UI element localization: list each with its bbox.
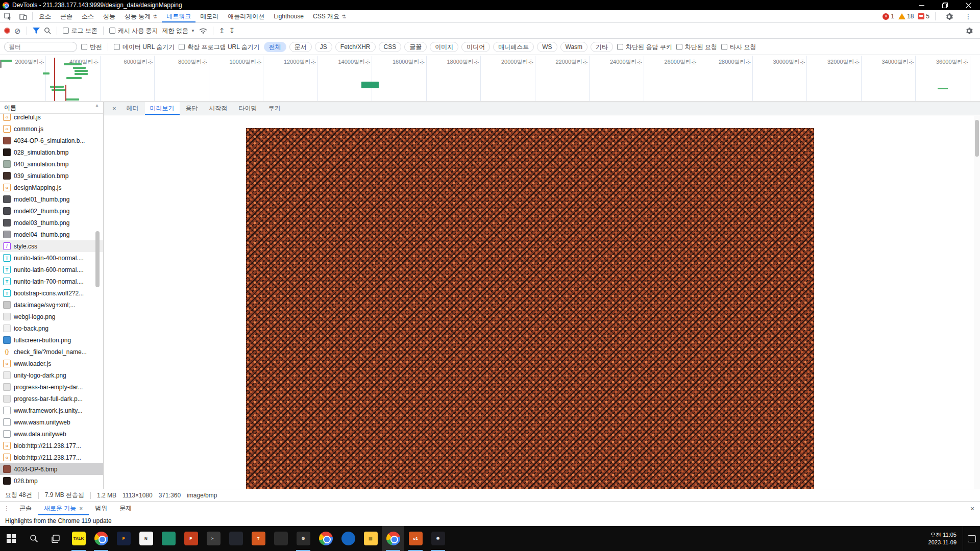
- filter-pill-WS[interactable]: WS: [537, 42, 557, 52]
- request-row[interactable]: ‹›www.loader.js: [0, 358, 103, 369]
- request-row[interactable]: 028_simulation.bmp: [0, 146, 103, 158]
- tab-성능[interactable]: 성능: [99, 10, 120, 22]
- filter-pill-Fetch/XHR[interactable]: Fetch/XHR: [335, 42, 376, 52]
- detail-tab-미리보기[interactable]: 미리보기: [145, 102, 180, 115]
- network-settings-gear-icon[interactable]: [965, 27, 976, 35]
- taskbar-clock[interactable]: 오전 11:05 2023-11-09: [928, 531, 963, 546]
- filter-input[interactable]: 필터: [4, 42, 77, 52]
- request-row[interactable]: www.data.unityweb: [0, 428, 103, 440]
- detail-tab-시작점[interactable]: 시작점: [204, 102, 233, 115]
- blocked-requests-checkbox[interactable]: 차단된 요청: [676, 43, 717, 52]
- request-list-header[interactable]: 이름: [0, 102, 103, 114]
- preview-scrollbar[interactable]: [974, 116, 980, 489]
- scroll-up-icon[interactable]: ▲: [95, 103, 99, 108]
- drawer-tab-새로운 기능[interactable]: 새로운 기능×: [38, 502, 89, 515]
- import-har-icon[interactable]: ↥: [219, 27, 225, 34]
- chrome-icon[interactable]: [90, 526, 112, 551]
- filter-pill-전체[interactable]: 전체: [264, 42, 286, 52]
- filter-pill-매니페스트[interactable]: 매니페스트: [493, 42, 534, 52]
- dark-app-icon[interactable]: [225, 526, 247, 551]
- request-row[interactable]: ‹›common.js: [0, 123, 103, 135]
- settings-gear-icon[interactable]: [941, 13, 957, 20]
- request-row[interactable]: ‹›designMapping.js: [0, 182, 103, 193]
- close-drawer-icon[interactable]: ×: [965, 502, 980, 515]
- request-row[interactable]: 039_simulation.bmp: [0, 170, 103, 182]
- filter-pill-JS[interactable]: JS: [315, 42, 332, 52]
- chrome-icon-3[interactable]: [382, 526, 404, 551]
- scrollbar-thumb[interactable]: [975, 120, 979, 157]
- tab-네트워크[interactable]: 네트워크: [162, 10, 195, 22]
- request-row[interactable]: model03_thumb.png: [0, 217, 103, 229]
- tab-콘솔[interactable]: 콘솔: [56, 10, 77, 22]
- blue-sphere-icon[interactable]: [337, 526, 359, 551]
- error-count-badge[interactable]: × 1: [883, 13, 894, 20]
- request-row[interactable]: ‹›circleful.js: [0, 114, 103, 123]
- hide-data-urls-checkbox[interactable]: 데이터 URL 숨기기: [114, 43, 175, 52]
- request-row[interactable]: Tnunito-latin-700-normal....: [0, 276, 103, 287]
- chrome-icon-2[interactable]: [314, 526, 337, 551]
- close-detail-icon[interactable]: ×: [108, 105, 120, 112]
- request-row[interactable]: model02_thumb.png: [0, 205, 103, 217]
- filter-toggle-icon[interactable]: [33, 28, 40, 34]
- powerpoint-o1-icon[interactable]: o1: [404, 526, 427, 551]
- tab-Lighthouse[interactable]: Lighthouse: [269, 10, 308, 22]
- start-button[interactable]: [0, 526, 22, 551]
- detail-tab-헤더[interactable]: 헤더: [121, 102, 144, 115]
- request-row[interactable]: Tnunito-latin-600-normal....: [0, 264, 103, 276]
- request-row[interactable]: model01_thumb.png: [0, 193, 103, 205]
- whats-new-headline[interactable]: Highlights from the Chrome 119 update: [5, 517, 112, 524]
- request-row[interactable]: progress-bar-full-dark.p...: [0, 393, 103, 405]
- request-row[interactable]: /style.css: [0, 240, 103, 252]
- request-row[interactable]: 4034-OP-6.bmp: [0, 463, 103, 475]
- terminal-icon[interactable]: >_: [202, 526, 225, 551]
- request-row[interactable]: ico-back.png: [0, 322, 103, 334]
- clear-network-log-icon[interactable]: ⊘: [14, 27, 21, 35]
- filter-pill-CSS[interactable]: CSS: [379, 42, 402, 52]
- search-icon[interactable]: [44, 27, 51, 34]
- inspect-element-icon[interactable]: [0, 10, 15, 22]
- firefox-icon[interactable]: F: [112, 526, 135, 551]
- filter-pill-미디어[interactable]: 미디어: [461, 42, 490, 52]
- tab-요소[interactable]: 요소: [34, 10, 56, 22]
- drawer-tab-콘솔[interactable]: 콘솔: [13, 502, 38, 515]
- request-list-scrollbar[interactable]: ▲: [94, 102, 101, 489]
- request-row[interactable]: 028.bmp: [0, 475, 103, 487]
- drawer-tab-문제[interactable]: 문제: [113, 502, 138, 515]
- invert-checkbox[interactable]: 반전: [81, 43, 102, 52]
- issues-count-badge[interactable]: 5: [918, 13, 929, 20]
- filter-pill-글꼴[interactable]: 글꼴: [404, 42, 427, 52]
- task-view-icon[interactable]: [45, 526, 67, 551]
- detail-tab-타이밍[interactable]: 타이밍: [234, 102, 262, 115]
- tab-성능 통계[interactable]: 성능 통계⚗: [120, 10, 162, 22]
- tab-메모리[interactable]: 메모리: [195, 10, 223, 22]
- request-row[interactable]: progress-bar-empty-dar...: [0, 381, 103, 393]
- detail-tab-쿠키[interactable]: 쿠키: [263, 102, 286, 115]
- close-window-button[interactable]: [957, 0, 980, 10]
- request-row[interactable]: www.framework.js.unity...: [0, 405, 103, 416]
- request-row[interactable]: ‹›blob:http://211.238.177...: [0, 452, 103, 463]
- ppt-viewer-icon[interactable]: T: [247, 526, 270, 551]
- device-app-icon[interactable]: [270, 526, 292, 551]
- disable-cache-checkbox[interactable]: 캐시 사용 중지: [109, 27, 158, 35]
- request-row[interactable]: data:image/svg+xml;...: [0, 299, 103, 311]
- kakaotalk-icon[interactable]: TALK: [67, 526, 90, 551]
- more-options-icon[interactable]: ⋮: [961, 12, 976, 20]
- tab-애플리케이션[interactable]: 애플리케이션: [223, 10, 269, 22]
- close-tab-icon[interactable]: ×: [79, 505, 83, 512]
- filter-pill-Wasm[interactable]: Wasm: [560, 42, 588, 52]
- request-row[interactable]: Tbootstrap-icons.woff2?2...: [0, 287, 103, 299]
- request-row[interactable]: ‹›blob:http://211.238.177...: [0, 440, 103, 452]
- export-har-icon[interactable]: ↧: [229, 27, 235, 34]
- scrollbar-thumb[interactable]: [95, 231, 100, 287]
- third-party-checkbox[interactable]: 타사 요청: [721, 43, 756, 52]
- filter-pill-기타[interactable]: 기타: [591, 42, 613, 52]
- device-toolbar-icon[interactable]: [15, 10, 31, 22]
- filter-pill-문서[interactable]: 문서: [289, 42, 312, 52]
- minimize-button[interactable]: [910, 0, 933, 10]
- taskbar-search-icon[interactable]: [22, 526, 45, 551]
- request-row[interactable]: www.wasm.unityweb: [0, 416, 103, 428]
- network-conditions-icon[interactable]: [199, 28, 207, 34]
- request-row[interactable]: webgl-logo.png: [0, 311, 103, 322]
- network-overview-timeline[interactable]: 2000밀리초4000밀리초6000밀리초8000밀리초10000밀리초1200…: [0, 56, 980, 102]
- request-row[interactable]: Tnunito-latin-400-normal....: [0, 252, 103, 264]
